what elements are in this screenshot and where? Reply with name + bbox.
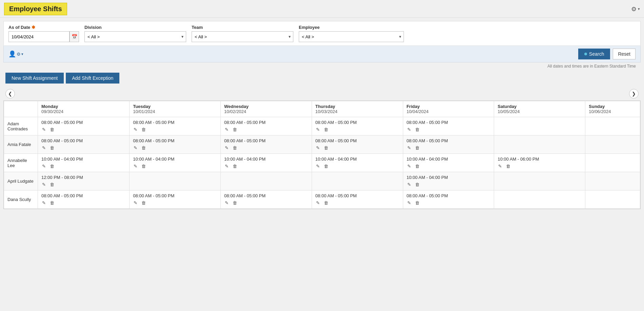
delete-shift-button[interactable]: 🗑 xyxy=(323,145,329,151)
delete-shift-button[interactable]: 🗑 xyxy=(49,181,55,187)
edit-shift-button[interactable]: ✎ xyxy=(41,145,46,151)
cell-actions: ✎🗑 xyxy=(407,200,491,206)
edit-shift-button[interactable]: ✎ xyxy=(133,126,138,132)
delete-shift-button[interactable]: 🗑 xyxy=(414,163,420,169)
next-week-button[interactable]: ❯ xyxy=(629,89,639,98)
edit-shift-button[interactable]: ✎ xyxy=(315,163,320,169)
edit-shift-button[interactable]: ✎ xyxy=(133,145,138,151)
cell-actions: ✎🗑 xyxy=(41,200,126,206)
edit-shift-button[interactable]: ✎ xyxy=(315,126,320,132)
calendar-icon-button[interactable]: 📅 xyxy=(70,31,79,42)
team-select[interactable]: < All > xyxy=(192,31,293,42)
calendar-icon: 📅 xyxy=(72,34,77,39)
edit-shift-button[interactable]: ✎ xyxy=(407,181,412,187)
delete-shift-button[interactable]: 🗑 xyxy=(49,200,55,206)
employee-name-cell: Annabelle Lee xyxy=(4,154,38,172)
reset-button[interactable]: Reset xyxy=(613,49,636,59)
delete-shift-button[interactable]: 🗑 xyxy=(414,126,420,132)
delete-shift-button[interactable]: 🗑 xyxy=(232,200,238,206)
options-button[interactable]: 👤 ⚙ ▾ xyxy=(8,50,23,58)
cell-actions: ✎🗑 xyxy=(315,163,399,169)
delete-shift-button[interactable]: 🗑 xyxy=(232,163,238,169)
edit-shift-button[interactable]: ✎ xyxy=(41,200,46,206)
delete-shift-button[interactable]: 🗑 xyxy=(141,163,147,169)
gear-settings-button[interactable]: ⚙ ▾ xyxy=(631,5,640,13)
edit-shift-button[interactable]: ✎ xyxy=(497,163,503,169)
edit-shift-button[interactable]: ✎ xyxy=(133,200,138,206)
shift-cell: 08:00 AM - 05:00 PM✎🗑 xyxy=(403,135,494,154)
delete-shift-button[interactable]: 🗑 xyxy=(414,181,420,187)
shift-cell xyxy=(585,172,640,190)
shift-cell xyxy=(494,172,585,190)
delete-shift-button[interactable]: 🗑 xyxy=(414,145,420,151)
shift-cell: 10:00 AM - 04:00 PM✎🗑 xyxy=(38,154,130,172)
delete-shift-button[interactable]: 🗑 xyxy=(49,163,55,169)
delete-shift-button[interactable]: 🗑 xyxy=(141,126,147,132)
delete-shift-button[interactable]: 🗑 xyxy=(323,126,329,132)
shift-cell: 08:00 AM - 05:00 PM✎🗑 xyxy=(130,135,221,154)
edit-shift-button[interactable]: ✎ xyxy=(407,145,412,151)
edit-icon: ✎ xyxy=(498,164,502,169)
filter-row: As of Date ✱ 📅 Division < All > ▾ xyxy=(8,25,636,42)
edit-shift-button[interactable]: ✎ xyxy=(224,163,229,169)
edit-shift-button[interactable]: ✎ xyxy=(41,163,46,169)
team-label: Team xyxy=(192,25,293,30)
search-button[interactable]: Search xyxy=(578,49,610,59)
division-select-wrap: < All > ▾ xyxy=(84,31,186,42)
edit-icon: ✎ xyxy=(42,145,46,150)
delete-shift-button[interactable]: 🗑 xyxy=(232,126,238,132)
search-dot-icon xyxy=(584,53,587,55)
schedule-thead: Monday 09/30/2024 Tuesday 10/01/2024 Wed… xyxy=(4,101,640,117)
shift-time: 08:00 AM - 05:00 PM xyxy=(224,138,308,143)
edit-shift-button[interactable]: ✎ xyxy=(315,145,320,151)
cell-actions: ✎🗑 xyxy=(407,163,491,169)
delete-shift-button[interactable]: 🗑 xyxy=(141,145,147,151)
cell-actions: ✎🗑 xyxy=(133,145,217,151)
delete-shift-button[interactable]: 🗑 xyxy=(141,200,147,206)
as-of-date-input[interactable] xyxy=(8,31,70,42)
delete-shift-button[interactable]: 🗑 xyxy=(232,145,238,151)
shift-time: 08:00 AM - 05:00 PM xyxy=(133,120,217,125)
edit-icon: ✎ xyxy=(316,164,320,169)
search-label: Search xyxy=(589,51,604,57)
edit-shift-button[interactable]: ✎ xyxy=(224,200,229,206)
col-wednesday: Wednesday 10/02/2024 xyxy=(221,101,312,117)
employee-select[interactable]: < All > xyxy=(299,31,404,42)
edit-icon: ✎ xyxy=(407,127,411,132)
trash-icon: 🗑 xyxy=(233,200,237,205)
table-row: Dana Scully08:00 AM - 05:00 PM✎🗑08:00 AM… xyxy=(4,190,640,209)
cell-actions: ✎🗑 xyxy=(315,145,399,151)
new-shift-assignment-button[interactable]: New Shift Assignment xyxy=(5,73,64,84)
edit-shift-button[interactable]: ✎ xyxy=(315,200,320,206)
delete-shift-button[interactable]: 🗑 xyxy=(414,200,420,206)
action-left: 👤 ⚙ ▾ xyxy=(8,50,23,58)
edit-shift-button[interactable]: ✎ xyxy=(224,126,229,132)
col-friday: Friday 10/04/2024 xyxy=(403,101,494,117)
edit-shift-button[interactable]: ✎ xyxy=(407,200,412,206)
shift-cell xyxy=(494,190,585,209)
trash-icon: 🗑 xyxy=(50,200,54,205)
add-shift-exception-button[interactable]: Add Shift Exception xyxy=(66,73,119,84)
delete-shift-button[interactable]: 🗑 xyxy=(49,126,55,132)
edit-icon: ✎ xyxy=(407,164,411,169)
delete-shift-button[interactable]: 🗑 xyxy=(323,200,329,206)
edit-icon: ✎ xyxy=(42,164,46,169)
calendar-nav: ❮ ❯ xyxy=(1,87,643,100)
page-title: Employee Shifts xyxy=(4,3,67,15)
edit-shift-button[interactable]: ✎ xyxy=(133,163,138,169)
shift-cell: 08:00 AM - 05:00 PM✎🗑 xyxy=(312,135,403,154)
delete-shift-button[interactable]: 🗑 xyxy=(323,163,329,169)
edit-shift-button[interactable]: ✎ xyxy=(407,163,412,169)
division-group: Division < All > ▾ xyxy=(84,25,186,42)
delete-shift-button[interactable]: 🗑 xyxy=(505,163,511,169)
edit-shift-button[interactable]: ✎ xyxy=(41,181,46,187)
edit-shift-button[interactable]: ✎ xyxy=(41,126,46,132)
shift-cell: 08:00 AM - 05:00 PM✎🗑 xyxy=(38,190,130,209)
edit-shift-button[interactable]: ✎ xyxy=(224,145,229,151)
division-select[interactable]: < All > xyxy=(84,31,186,42)
shift-cell: 10:00 AM - 04:00 PM✎🗑 xyxy=(403,172,494,190)
edit-icon: ✎ xyxy=(42,127,46,132)
prev-week-button[interactable]: ❮ xyxy=(5,89,15,98)
delete-shift-button[interactable]: 🗑 xyxy=(49,145,55,151)
edit-shift-button[interactable]: ✎ xyxy=(407,126,412,132)
